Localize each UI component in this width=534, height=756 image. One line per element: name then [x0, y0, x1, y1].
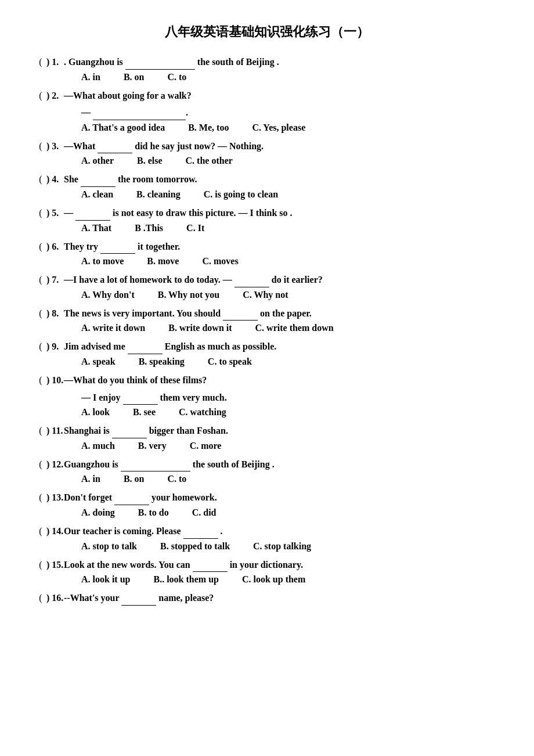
options-line: A. to moveB. moveC. moves: [35, 256, 499, 267]
answer-bracket: (: [35, 459, 46, 470]
answer-bracket: (: [35, 174, 46, 185]
question-text: —What did he say just now? — Nothing.: [64, 139, 499, 154]
answer-bracket: (: [35, 275, 46, 285]
option-a: A. in: [81, 474, 100, 484]
question-number: ) 1.: [46, 57, 64, 67]
option-a: A. doing: [81, 507, 115, 518]
option-a: A. other: [81, 156, 114, 166]
question-line: () 9.Jim advised me English as much as p…: [35, 339, 499, 354]
question-line: () 10.—What do you think of these films?: [35, 373, 499, 388]
options-line: A. cleanB. cleaningC. is going to clean: [35, 189, 499, 200]
question-number: ) 3.: [46, 141, 64, 152]
option-c: C. Yes, please: [252, 123, 305, 133]
options-line: A. speakB. speakingC. to speak: [35, 357, 499, 367]
question-block: () 14.Our teacher is coming. Please .A. …: [35, 524, 499, 552]
answer-bracket: (: [35, 426, 46, 436]
answer-bracket: (: [35, 341, 46, 352]
answer-blank: [114, 494, 149, 505]
question-line: () 8.The news is very important. You sho…: [35, 306, 499, 321]
option-c: C. to: [167, 474, 186, 484]
question-block: () 9.Jim advised me English as much as p…: [35, 339, 499, 367]
question-text: —What about going for a walk?: [64, 88, 499, 103]
question-line: () 14.Our teacher is coming. Please .: [35, 524, 499, 539]
question-number: ) 11.: [46, 426, 64, 436]
question-text: — is not easy to draw this picture. — I …: [64, 206, 499, 221]
option-c: C. moves: [202, 256, 238, 267]
answer-blank: [125, 58, 195, 69]
answer-blank: [75, 209, 110, 220]
answer-bracket: (: [35, 560, 46, 570]
answer-bracket: (: [35, 57, 46, 67]
options-line: A. lookB. seeC. watching: [35, 407, 499, 417]
question-line: () 11.Shanghai is bigger than Foshan.: [35, 423, 499, 438]
answer-blank: [193, 561, 228, 572]
option-b: B. else: [137, 156, 163, 166]
answer-bracket: (: [35, 91, 46, 101]
sub-question-line: — .: [35, 105, 499, 120]
answer-bracket: (: [35, 141, 46, 152]
option-b: B. see: [133, 407, 156, 417]
answer-bracket: (: [35, 526, 46, 537]
question-line: () 15.Look at the new words. You can in …: [35, 557, 499, 573]
options-line: A. otherB. elseC. the other: [35, 156, 499, 166]
options-line: A. inB. onC. to: [35, 474, 499, 484]
question-text: —What do you think of these films?: [64, 373, 499, 388]
question-number: ) 14.: [46, 526, 64, 537]
option-c: C. look up them: [242, 574, 305, 585]
page-title: 八年级英语基础知识强化练习（一）: [35, 23, 499, 41]
options-line: A. Why don'tB. Why not youC. Why not: [35, 290, 499, 300]
question-block: () 4.She the room tomorrow.A. cleanB. cl…: [35, 172, 499, 200]
question-text: . Guangzhou is the south of Beijing .: [64, 55, 499, 70]
question-line: () 3.—What did he say just now? — Nothin…: [35, 139, 499, 154]
option-a: A. Why don't: [81, 290, 135, 300]
option-a: A. write it down: [81, 323, 145, 333]
question-text: Don't forget your homework.: [64, 490, 499, 505]
answer-blank: [223, 309, 258, 321]
question-line: () 4.She the room tomorrow.: [35, 172, 499, 187]
answer-bracket: (: [35, 375, 46, 386]
option-a: A. to move: [81, 256, 124, 267]
question-line: () 12.Guangzhou is the south of Beijing …: [35, 457, 499, 472]
option-c: C. more: [190, 441, 222, 451]
options-line: A. stop to talkB. stopped to talkC. stop…: [35, 541, 499, 552]
option-b: B.. look them up: [153, 574, 218, 585]
option-a: A. much: [81, 441, 115, 451]
question-block: () 3.—What did he say just now? — Nothin…: [35, 139, 499, 167]
question-line: () 16.--What's your name, please?: [35, 591, 499, 606]
option-c: C. to speak: [208, 357, 252, 367]
options-line: A. look it upB.. look them upC. look up …: [35, 574, 499, 585]
question-block: () 7.—I have a lot of homework to do tod…: [35, 272, 499, 300]
option-b: B. on: [124, 72, 145, 82]
question-line: () 13.Don't forget your homework.: [35, 490, 499, 505]
question-block: () 16.--What's your name, please?: [35, 591, 499, 606]
option-a: A. look: [81, 407, 110, 417]
question-text: Jim advised me English as much as possib…: [64, 339, 499, 354]
question-line: () 1.. Guangzhou is the south of Beijing…: [35, 55, 499, 70]
question-number: ) 12.: [46, 459, 64, 470]
question-number: ) 15.: [46, 560, 64, 570]
option-c: C. the other: [186, 156, 233, 166]
option-b: B .This: [135, 223, 163, 233]
options-line: A. write it downB. write down itC. write…: [35, 323, 499, 333]
question-block: () 1.. Guangzhou is the south of Beijing…: [35, 55, 499, 82]
option-a: A. stop to talk: [81, 541, 137, 552]
option-a: A. That: [81, 223, 111, 233]
option-c: C. It: [186, 223, 204, 233]
answer-blank: [121, 595, 156, 606]
question-text: Our teacher is coming. Please .: [64, 524, 499, 539]
option-b: B. move: [147, 256, 179, 267]
question-number: ) 16.: [46, 593, 64, 603]
option-c: C. watching: [179, 407, 226, 417]
question-text: —I have a lot of homework to do today. —…: [64, 272, 499, 287]
answer-blank: [121, 460, 190, 471]
question-number: ) 8.: [46, 308, 64, 319]
options-line: A. doingB. to doC. did: [35, 507, 499, 518]
question-number: ) 13.: [46, 492, 64, 503]
option-c: C. write them down: [255, 323, 334, 333]
answer-blank: [93, 109, 186, 120]
option-b: B. very: [138, 441, 167, 451]
question-block: () 13.Don't forget your homework.A. doin…: [35, 490, 499, 518]
question-block: () 15.Look at the new words. You can in …: [35, 557, 499, 585]
option-c: C. stop talking: [253, 541, 311, 552]
option-a: A. That's a good idea: [81, 123, 165, 133]
